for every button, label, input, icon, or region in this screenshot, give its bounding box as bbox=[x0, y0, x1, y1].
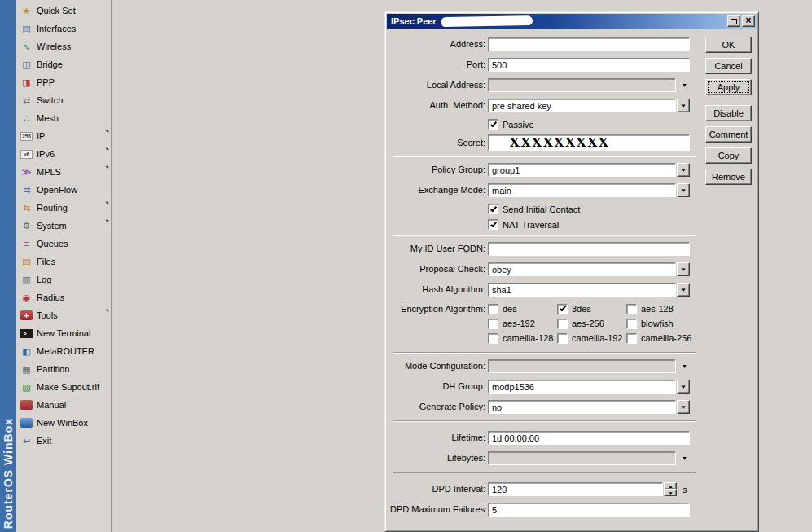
address-input[interactable] bbox=[488, 37, 690, 51]
sidebar-item-ipv6[interactable]: v6 IPv6 ◥ bbox=[16, 145, 111, 163]
sidebar-item-switch[interactable]: ⇄ Switch bbox=[16, 91, 111, 109]
proposal-check-dropdown-button[interactable]: ▼ bbox=[677, 262, 690, 276]
encryption-blowfish-checkbox[interactable] bbox=[626, 319, 637, 329]
encryption-aes-192-checkbox[interactable] bbox=[488, 319, 498, 329]
hash-algorithm-select[interactable] bbox=[488, 283, 676, 297]
dpd-maximum-failures-input[interactable] bbox=[488, 503, 690, 517]
hash-algorithm-row: Hash Algorithm: ▼ bbox=[390, 283, 701, 297]
encryption-des-checkbox[interactable] bbox=[488, 304, 498, 314]
dpd-maximum-failures-label: DPD Maximum Failures: bbox=[390, 503, 485, 516]
cancel-button[interactable]: Cancel bbox=[705, 58, 752, 74]
lifetime-row: Lifetime: bbox=[390, 431, 701, 445]
titlebar-buttons: × bbox=[727, 15, 755, 27]
dialog-action-buttons: OK Cancel Apply Disable Comment Copy Rem… bbox=[705, 37, 752, 190]
wand-icon: ★ bbox=[20, 5, 33, 17]
sidebar-item-metarouter[interactable]: ◧ MetaROUTER bbox=[16, 342, 111, 360]
encryption-option-label: des bbox=[503, 304, 517, 314]
sidebar-item-wireless[interactable]: ∿ Wireless bbox=[16, 37, 111, 55]
sidebar-item-radius[interactable]: ◉ Radius bbox=[16, 288, 111, 306]
sidebar-item-manual[interactable]: Manual bbox=[16, 396, 111, 414]
nat-traversal-checkbox[interactable] bbox=[488, 219, 498, 230]
sidebar-item-new-winbox[interactable]: New WinBox bbox=[16, 414, 111, 432]
lifebytes-label: Lifebytes: bbox=[390, 452, 485, 464]
lifebytes-dropdown-icon[interactable]: ▼ bbox=[682, 455, 687, 461]
dialog-titlebar[interactable]: IPsec Peer × bbox=[387, 14, 757, 29]
generate-policy-label: Generate Policy: bbox=[390, 401, 485, 413]
spin-down-icon: ▼ bbox=[668, 490, 674, 495]
dpd-interval-input[interactable] bbox=[488, 482, 663, 496]
policy-group-dropdown-button[interactable]: ▼ bbox=[677, 163, 690, 177]
encryption-option-label: aes-128 bbox=[641, 304, 674, 314]
passive-checkbox[interactable] bbox=[488, 119, 498, 130]
sidebar-item-quick-set[interactable]: ★ Quick Set bbox=[16, 2, 111, 20]
sidebar-item-label: Quick Set bbox=[37, 6, 109, 15]
encryption-3des-checkbox[interactable] bbox=[557, 304, 568, 314]
interfaces-icon: ▤ bbox=[20, 23, 33, 35]
hash-algorithm-label: Hash Algorithm: bbox=[390, 284, 485, 296]
sidebar-item-mesh[interactable]: ∴ Mesh bbox=[16, 109, 111, 127]
sidebar-item-bridge[interactable]: ◫ Bridge bbox=[16, 55, 111, 73]
sidebar-item-routing[interactable]: ⇆ Routing ◥ bbox=[16, 199, 111, 217]
supout-file-icon: ▧ bbox=[20, 381, 33, 394]
sidebar-item-make-supout[interactable]: ▧ Make Supout.rif bbox=[16, 378, 111, 396]
exchange-mode-select[interactable] bbox=[488, 183, 676, 197]
copy-button[interactable]: Copy bbox=[705, 147, 752, 164]
port-input[interactable] bbox=[488, 58, 690, 72]
disable-button[interactable]: Disable bbox=[705, 105, 752, 121]
passive-label: Passive bbox=[503, 120, 534, 130]
mode-configuration-input[interactable] bbox=[488, 359, 676, 373]
sidebar-item-exit[interactable]: ↩ Exit bbox=[16, 432, 111, 450]
ok-button[interactable]: OK bbox=[705, 37, 752, 53]
proposal-check-select[interactable] bbox=[488, 262, 676, 276]
sidebar-item-partition[interactable]: ▦ Partition bbox=[16, 360, 111, 378]
exchange-mode-dropdown-button[interactable]: ▼ bbox=[677, 183, 690, 197]
encryption-camellia-256-checkbox[interactable] bbox=[626, 333, 637, 344]
sidebar-item-ppp[interactable]: ◨ PPP bbox=[16, 73, 111, 91]
policy-group-select[interactable] bbox=[488, 163, 676, 177]
sidebar-item-mpls[interactable]: ≫ MPLS ◥ bbox=[16, 163, 111, 181]
my-id-user-fqdn-input[interactable] bbox=[488, 242, 690, 256]
lifebytes-input[interactable] bbox=[488, 451, 676, 465]
encryption-camellia-128-checkbox[interactable] bbox=[488, 333, 498, 344]
hash-algorithm-dropdown-button[interactable]: ▼ bbox=[677, 283, 690, 297]
mode-configuration-dropdown-icon[interactable]: ▼ bbox=[682, 363, 687, 369]
encryption-aes-128-checkbox[interactable] bbox=[626, 304, 637, 314]
spin-down-button[interactable]: ▼ bbox=[664, 489, 677, 496]
sidebar-item-openflow[interactable]: ⇉ OpenFlow bbox=[16, 181, 111, 199]
generate-policy-dropdown-button[interactable]: ▼ bbox=[677, 400, 690, 414]
sidebar-item-label: OpenFlow bbox=[37, 185, 109, 195]
sidebar-item-tools[interactable]: + Tools ◥ bbox=[16, 306, 111, 324]
sidebar-item-files[interactable]: ▤ Files bbox=[16, 253, 111, 270]
auth-method-select[interactable] bbox=[488, 99, 676, 112]
sidebar-item-ip[interactable]: 255 IP ◥ bbox=[16, 127, 111, 145]
bridge-icon: ◫ bbox=[20, 59, 33, 71]
send-initial-contact-checkbox[interactable] bbox=[488, 204, 498, 214]
close-icon: × bbox=[745, 15, 751, 25]
sidebar-item-system[interactable]: ⚙ System ◥ bbox=[16, 217, 111, 235]
encryption-option: camellia-256 bbox=[626, 332, 692, 344]
close-button[interactable]: × bbox=[742, 15, 755, 27]
encryption-camellia-192-checkbox[interactable] bbox=[557, 333, 568, 344]
sidebar-item-new-terminal[interactable]: >_ New Terminal bbox=[16, 324, 111, 342]
port-label: Port: bbox=[390, 59, 485, 71]
lifetime-input[interactable] bbox=[488, 431, 690, 445]
sidebar-item-label: Bridge bbox=[37, 59, 109, 69]
maximize-button[interactable] bbox=[727, 15, 740, 27]
generate-policy-select[interactable] bbox=[488, 400, 676, 414]
sidebar-item-interfaces[interactable]: ▤ Interfaces bbox=[16, 20, 111, 37]
ipsec-peer-form: Address: Port: Local Address: ▼ Auth. Me… bbox=[390, 37, 701, 517]
sidebar-item-label: New Terminal bbox=[37, 328, 109, 338]
secret-input[interactable] bbox=[488, 134, 690, 151]
sidebar-item-queues[interactable]: ≡ Queues bbox=[16, 235, 111, 253]
encryption-aes-256-checkbox[interactable] bbox=[557, 319, 568, 329]
auth-method-dropdown-button[interactable]: ▼ bbox=[677, 99, 690, 112]
sidebar-item-log[interactable]: ▥ Log bbox=[16, 270, 111, 288]
local-address-input[interactable] bbox=[488, 78, 676, 92]
check-mark-icon bbox=[489, 120, 496, 127]
local-address-dropdown-icon[interactable]: ▼ bbox=[682, 82, 687, 88]
comment-button[interactable]: Comment bbox=[705, 126, 752, 143]
dh-group-select[interactable] bbox=[488, 380, 676, 394]
dh-group-dropdown-button[interactable]: ▼ bbox=[677, 380, 690, 394]
remove-button[interactable]: Remove bbox=[705, 169, 752, 185]
apply-button[interactable]: Apply bbox=[705, 79, 752, 95]
